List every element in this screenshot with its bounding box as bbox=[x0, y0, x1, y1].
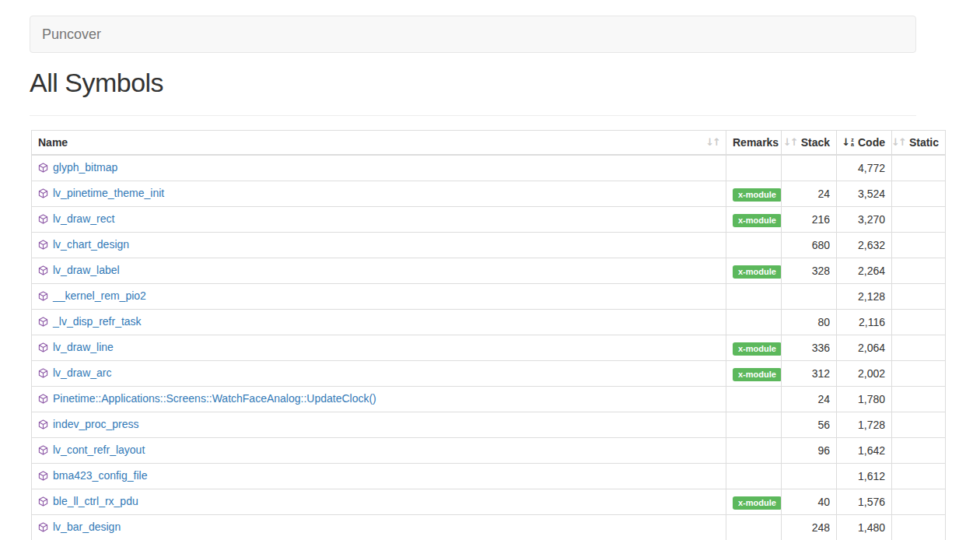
static-cell bbox=[892, 464, 946, 489]
remarks-cell: x-module bbox=[726, 335, 782, 361]
code-cell: 1,728 bbox=[837, 412, 892, 438]
code-cell: 3,524 bbox=[837, 181, 892, 207]
table-row: __kernel_rem_pio2 2,128 bbox=[32, 284, 946, 310]
symbol-link[interactable]: __kernel_rem_pio2 bbox=[53, 289, 146, 302]
symbol-link[interactable]: _lv_disp_refr_task bbox=[53, 315, 142, 328]
stack-cell: 216 bbox=[782, 207, 837, 233]
page-title: All Symbols bbox=[30, 68, 916, 97]
table-row: lv_chart_design 680 2,632 bbox=[32, 233, 946, 258]
column-header-name[interactable]: Name ↓↑ bbox=[32, 131, 726, 156]
symbol-link[interactable]: lv_draw_arc bbox=[53, 366, 111, 379]
stack-cell bbox=[782, 284, 837, 310]
code-cell: 3,270 bbox=[837, 207, 892, 233]
cube-icon bbox=[38, 469, 48, 485]
remark-badge: x-module bbox=[733, 214, 782, 227]
remarks-cell bbox=[726, 412, 782, 438]
symbol-link[interactable]: lv_pinetime_theme_init bbox=[53, 187, 164, 199]
static-cell bbox=[892, 310, 946, 335]
table-row: lv_draw_rect x-module 216 3,270 bbox=[32, 207, 946, 233]
cube-icon bbox=[38, 418, 48, 433]
name-cell: indev_proc_press bbox=[32, 412, 726, 438]
remarks-cell bbox=[726, 387, 782, 412]
name-cell: lv_draw_label bbox=[32, 258, 726, 284]
column-header-remarks: Remarks bbox=[726, 131, 782, 156]
name-cell: lv_bar_design bbox=[32, 515, 726, 540]
column-header-name-label: Name bbox=[38, 135, 68, 150]
symbols-table-wrap: Name ↓↑ Remarks ↓↑ Stack bbox=[31, 130, 980, 540]
cube-icon bbox=[38, 289, 48, 305]
cube-icon bbox=[38, 264, 48, 279]
remarks-cell bbox=[726, 233, 782, 258]
sort-icon: ↓↑ bbox=[705, 135, 719, 150]
table-row: Pinetime::Applications::Screens::WatchFa… bbox=[32, 387, 946, 412]
stack-cell: 24 bbox=[782, 181, 837, 207]
remarks-cell bbox=[726, 464, 782, 489]
code-cell: 4,772 bbox=[837, 155, 892, 181]
stack-cell: 80 bbox=[782, 310, 837, 335]
symbol-link[interactable]: ble_ll_ctrl_rx_pdu bbox=[53, 495, 138, 507]
table-row: _lv_disp_refr_task 80 2,116 bbox=[32, 310, 946, 335]
cube-icon bbox=[38, 521, 48, 536]
sort-icon: ↓↑ bbox=[783, 135, 797, 150]
cube-icon bbox=[38, 212, 48, 228]
symbol-link[interactable]: lv_cont_refr_layout bbox=[53, 444, 145, 456]
cube-icon bbox=[38, 315, 48, 331]
column-header-remarks-label: Remarks bbox=[733, 135, 779, 150]
name-cell: lv_draw_arc bbox=[32, 361, 726, 387]
column-header-static-label: Static bbox=[909, 135, 939, 150]
code-cell: 1,780 bbox=[837, 387, 892, 412]
code-cell: 2,128 bbox=[837, 284, 892, 310]
name-cell: glyph_bitmap bbox=[32, 155, 726, 181]
stack-cell: 336 bbox=[782, 335, 837, 361]
symbol-link[interactable]: lv_bar_design bbox=[53, 521, 121, 533]
remark-badge: x-module bbox=[733, 188, 782, 202]
code-cell: 1,642 bbox=[837, 438, 892, 464]
table-row: lv_draw_line x-module 336 2,064 bbox=[32, 335, 946, 361]
name-cell: __kernel_rem_pio2 bbox=[32, 284, 726, 310]
cube-icon bbox=[38, 238, 48, 254]
table-row: ble_ll_ctrl_rx_pdu x-module 40 1,576 bbox=[32, 489, 946, 515]
symbol-link[interactable]: lv_chart_design bbox=[53, 238, 129, 251]
remarks-cell: x-module bbox=[726, 258, 782, 284]
symbol-link[interactable]: glyph_bitmap bbox=[53, 161, 117, 174]
navbar: Puncover bbox=[30, 16, 916, 53]
sort-alpha-desc-icon: ↓ z a bbox=[842, 135, 854, 150]
column-header-code-label: Code bbox=[858, 135, 885, 150]
name-cell: ble_ll_ctrl_rx_pdu bbox=[32, 489, 726, 515]
table-row: lv_draw_arc x-module 312 2,002 bbox=[32, 361, 946, 387]
symbol-link[interactable]: lv_draw_line bbox=[53, 341, 114, 353]
cube-icon bbox=[38, 444, 48, 459]
static-cell bbox=[892, 387, 946, 412]
symbol-link[interactable]: indev_proc_press bbox=[53, 418, 139, 430]
static-cell bbox=[892, 412, 946, 438]
column-header-stack[interactable]: ↓↑ Stack bbox=[782, 131, 837, 156]
code-cell: 2,064 bbox=[837, 335, 892, 361]
cube-icon bbox=[38, 187, 48, 202]
symbol-link[interactable]: lv_draw_label bbox=[53, 264, 120, 276]
table-row: bma423_config_file 1,612 bbox=[32, 464, 946, 489]
symbol-link[interactable]: Pinetime::Applications::Screens::WatchFa… bbox=[53, 392, 376, 405]
stack-cell: 56 bbox=[782, 412, 837, 438]
static-cell bbox=[892, 181, 946, 207]
navbar-brand[interactable]: Puncover bbox=[30, 16, 113, 53]
symbols-table: Name ↓↑ Remarks ↓↑ Stack bbox=[31, 130, 946, 540]
column-header-code[interactable]: ↓ z a Code bbox=[837, 131, 892, 156]
name-cell: lv_draw_rect bbox=[32, 207, 726, 233]
column-header-static[interactable]: ↓↑ Static bbox=[892, 131, 946, 156]
cube-icon bbox=[38, 161, 48, 177]
cube-icon bbox=[38, 495, 48, 510]
stack-cell bbox=[782, 155, 837, 181]
stack-cell: 328 bbox=[782, 258, 837, 284]
name-cell: lv_cont_refr_layout bbox=[32, 438, 726, 464]
remarks-cell: x-module bbox=[726, 361, 782, 387]
table-row: indev_proc_press 56 1,728 bbox=[32, 412, 946, 438]
code-cell: 2,116 bbox=[837, 310, 892, 335]
stack-cell: 24 bbox=[782, 387, 837, 412]
symbol-link[interactable]: lv_draw_rect bbox=[53, 212, 114, 225]
symbol-link[interactable]: bma423_config_file bbox=[53, 469, 147, 482]
remark-badge: x-module bbox=[733, 265, 782, 279]
static-cell bbox=[892, 258, 946, 284]
page-header: All Symbols bbox=[30, 68, 916, 116]
remarks-cell bbox=[726, 515, 782, 540]
remarks-cell: x-module bbox=[726, 489, 782, 515]
